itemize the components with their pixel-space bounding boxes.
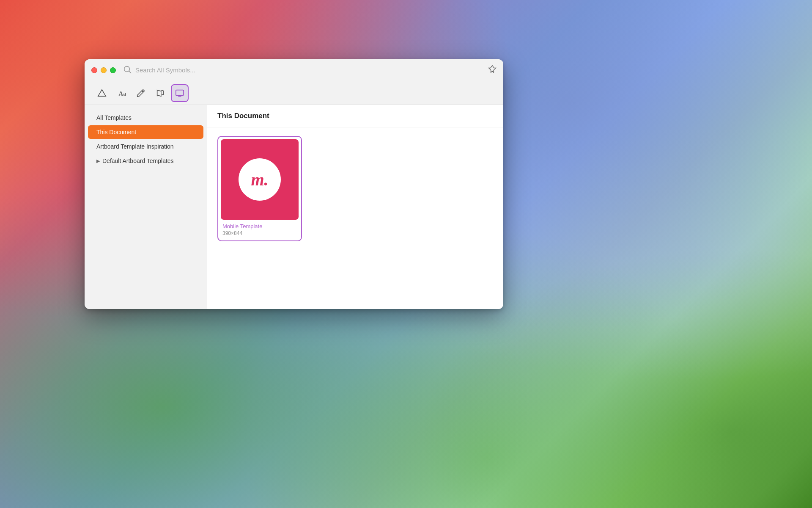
pin-icon[interactable]: [488, 65, 497, 75]
template-name: Mobile Template: [222, 223, 297, 229]
toolbar: Aa: [85, 81, 503, 105]
titlebar: [85, 59, 503, 81]
toolbar-text-button[interactable]: Aa: [112, 84, 130, 102]
toolbar-pencil-button[interactable]: [132, 84, 150, 102]
search-input[interactable]: [135, 66, 488, 74]
content-panel: This Document m. Mobile Template 390×844: [207, 105, 503, 309]
toolbar-artboard-button[interactable]: [171, 84, 189, 102]
toolbar-library-button[interactable]: [151, 84, 169, 102]
template-card-mobile[interactable]: m. Mobile Template 390×844: [217, 136, 302, 241]
sidebar-item-this-document[interactable]: This Document: [88, 125, 203, 139]
sidebar-item-all-templates[interactable]: All Templates: [88, 111, 203, 124]
symbols-window: Aa All Temp: [85, 59, 503, 309]
minimize-button[interactable]: [101, 67, 107, 73]
close-button[interactable]: [91, 67, 97, 73]
sidebar-item-artboard-inspiration[interactable]: Artboard Template Inspiration: [88, 140, 203, 153]
search-area: [123, 65, 488, 76]
template-size: 390×844: [222, 230, 297, 236]
svg-point-0: [124, 66, 130, 72]
template-thumbnail: m.: [221, 139, 299, 220]
sidebar: All Templates This Document Artboard Tem…: [85, 105, 207, 309]
content-header: This Document: [207, 105, 503, 127]
svg-marker-2: [98, 89, 106, 96]
template-logo-circle: m.: [239, 158, 281, 201]
toolbar-shapes-button[interactable]: [93, 84, 111, 102]
templates-grid: m. Mobile Template 390×844: [207, 127, 503, 309]
traffic-lights: [91, 67, 116, 73]
search-icon: [123, 65, 132, 76]
svg-text:Aa: Aa: [119, 90, 126, 97]
chevron-right-icon: ▶: [96, 158, 100, 164]
maximize-button[interactable]: [110, 67, 116, 73]
svg-line-1: [129, 71, 131, 73]
main-content: All Templates This Document Artboard Tem…: [85, 105, 503, 309]
svg-rect-4: [176, 90, 184, 95]
content-title: This Document: [217, 112, 493, 120]
template-logo-text: m.: [251, 170, 268, 190]
sidebar-item-default-artboard[interactable]: ▶ Default Artboard Templates: [88, 154, 203, 168]
template-info: Mobile Template 390×844: [221, 220, 299, 238]
